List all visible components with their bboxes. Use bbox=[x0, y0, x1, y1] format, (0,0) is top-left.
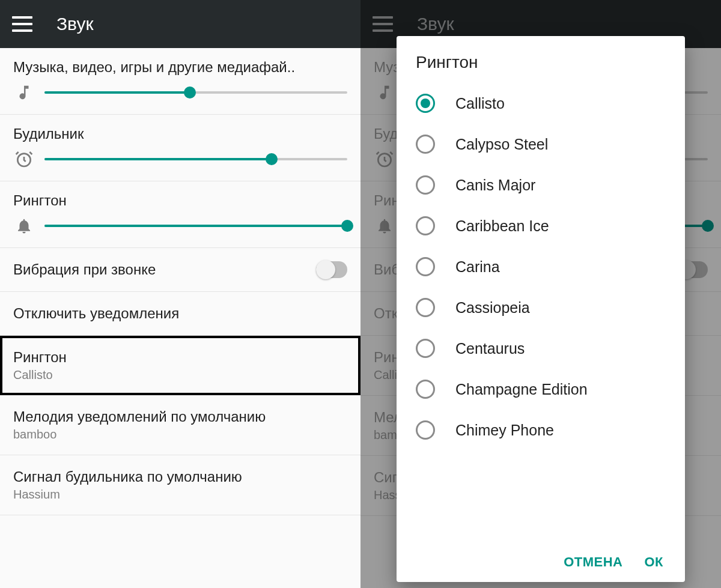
ringtone-picker-label: Рингтон bbox=[13, 349, 347, 366]
radio-icon bbox=[416, 257, 435, 276]
ringtone-volume-label: Рингтон bbox=[13, 192, 347, 209]
ringtone-option-label: Carina bbox=[455, 258, 500, 276]
radio-icon bbox=[416, 420, 435, 440]
notification-sound-value: bamboo bbox=[13, 428, 347, 441]
alarm-volume-slider[interactable] bbox=[44, 158, 347, 160]
media-volume-row: Музыка, видео, игры и другие медиафай.. bbox=[0, 48, 360, 115]
ringtone-picker-value: Callisto bbox=[13, 368, 347, 382]
alarm-sound-label: Сигнал будильника по умолчанию bbox=[13, 468, 347, 485]
ringtone-option[interactable]: Centaurus bbox=[397, 328, 685, 369]
vibrate-switch[interactable] bbox=[316, 261, 347, 278]
ringtone-picker-row[interactable]: Рингтон Callisto bbox=[0, 336, 360, 395]
ringtone-option-label: Centaurus bbox=[455, 340, 525, 357]
notification-sound-row[interactable]: Мелодия уведомлений по умолчанию bamboo bbox=[0, 395, 360, 455]
alarm-sound-row[interactable]: Сигнал будильника по умолчанию Hassium bbox=[0, 455, 360, 515]
ringtone-option-label: Callisto bbox=[455, 95, 505, 112]
ringtone-option[interactable]: Callisto bbox=[397, 83, 685, 124]
ringtone-dialog: Рингтон CallistoCalypso SteelCanis Major… bbox=[397, 36, 685, 582]
alarm-volume-label: Будильник bbox=[13, 126, 347, 142]
ringtone-option[interactable]: Champagne Edition bbox=[397, 369, 685, 410]
sound-settings-screen-with-dialog: Звук Музыка, видео, игры и другие медиаф… bbox=[360, 0, 721, 588]
ringtone-option[interactable]: Calypso Steel bbox=[397, 124, 685, 165]
menu-icon[interactable] bbox=[12, 16, 32, 32]
ringtone-option-label: Champagne Edition bbox=[455, 381, 588, 398]
bell-icon bbox=[13, 215, 35, 237]
dialog-title: Рингтон bbox=[397, 36, 685, 83]
radio-icon bbox=[416, 339, 435, 358]
ringtone-option[interactable]: Caribbean Ice bbox=[397, 205, 685, 246]
vibrate-on-call-label: Вибрация при звонке bbox=[13, 261, 316, 278]
ringtone-option[interactable]: Chimey Phone bbox=[397, 410, 685, 450]
music-note-icon bbox=[13, 82, 35, 103]
vibrate-on-call-row[interactable]: Вибрация при звонке bbox=[0, 248, 360, 292]
ringtone-option-label: Chimey Phone bbox=[455, 422, 554, 439]
media-volume-slider[interactable] bbox=[44, 91, 347, 94]
sound-settings-screen: Звук Музыка, видео, игры и другие медиаф… bbox=[0, 0, 360, 588]
radio-icon bbox=[416, 380, 435, 399]
ringtone-volume-slider[interactable] bbox=[44, 225, 347, 227]
app-bar: Звук bbox=[0, 0, 360, 48]
radio-icon bbox=[416, 135, 435, 154]
alarm-volume-row: Будильник bbox=[0, 115, 360, 181]
do-not-disturb-label: Отключить уведомления bbox=[13, 305, 347, 322]
radio-icon bbox=[416, 298, 435, 317]
ringtone-option[interactable]: Carina bbox=[397, 246, 685, 287]
ringtone-option-list: CallistoCalypso SteelCanis MajorCaribbea… bbox=[397, 83, 685, 544]
ringtone-option[interactable]: Canis Major bbox=[397, 165, 685, 205]
ringtone-option-label: Canis Major bbox=[455, 177, 535, 194]
radio-icon bbox=[416, 175, 435, 195]
ringtone-option-label: Caribbean Ice bbox=[455, 217, 549, 235]
ringtone-option[interactable]: Cassiopeia bbox=[397, 287, 685, 328]
cancel-button[interactable]: ОТМЕНА bbox=[564, 554, 622, 570]
alarm-sound-value: Hassium bbox=[13, 488, 347, 502]
do-not-disturb-row[interactable]: Отключить уведомления bbox=[0, 292, 360, 336]
ok-button[interactable]: ОК bbox=[644, 554, 663, 570]
radio-icon bbox=[416, 216, 435, 235]
ringtone-option-label: Cassiopeia bbox=[455, 299, 530, 317]
radio-icon bbox=[416, 94, 435, 113]
notification-sound-label: Мелодия уведомлений по умолчанию bbox=[13, 408, 347, 425]
ringtone-volume-row: Рингтон bbox=[0, 181, 360, 248]
ringtone-option-label: Calypso Steel bbox=[455, 136, 548, 153]
app-bar-title: Звук bbox=[56, 14, 94, 34]
alarm-clock-icon bbox=[13, 148, 35, 170]
media-volume-label: Музыка, видео, игры и другие медиафай.. bbox=[13, 59, 347, 76]
settings-list: Музыка, видео, игры и другие медиафай.. … bbox=[0, 48, 360, 588]
